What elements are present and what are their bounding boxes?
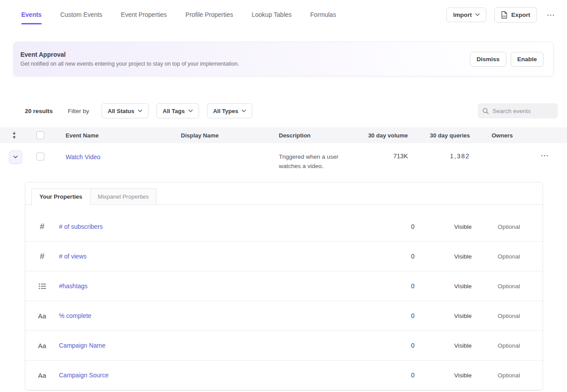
status-filter-label: All Status [108,108,134,114]
top-nav: Events Custom Events Event Properties Pr… [0,0,567,29]
property-name-link[interactable]: % complete [59,312,91,319]
list-type-icon [39,283,46,290]
properties-list: # # of subscribers 0 Visible Optional # … [25,205,543,390]
chevron-down-icon [475,13,480,16]
property-requirement: Optional [472,223,520,230]
chevron-down-icon [138,110,142,112]
property-visibility: Visible [414,223,472,230]
tags-filter-label: All Tags [163,108,185,114]
property-row: # # of views 0 Visible Optional [25,242,543,271]
property-name-link[interactable]: # of subscribers [59,223,103,230]
tab-formulas[interactable]: Formulas [310,0,336,29]
property-row: #hashtags 0 Visible Optional [25,271,543,301]
property-requirement: Optional [472,283,520,290]
filter-bar: 20 results Filter by All Status All Tags… [0,103,567,119]
tab-profile-properties[interactable]: Profile Properties [185,0,233,29]
search-input[interactable] [493,108,550,114]
tab-event-properties[interactable]: Event Properties [121,0,167,29]
description-cell: Triggered when a user watches a video. [271,152,350,171]
row-checkbox[interactable] [36,153,44,161]
chevron-down-icon [242,110,246,112]
tab-events[interactable]: Events [21,0,42,29]
row-collapse-toggle[interactable] [9,150,22,164]
banner-actions: Dismiss Enable [470,52,544,67]
nav-tabs: Events Custom Events Event Properties Pr… [21,0,336,29]
tab-custom-events[interactable]: Custom Events [60,0,102,29]
filter-by-label: Filter by [68,108,89,114]
text-type-icon: Aa [38,372,46,379]
import-button-label: Import [453,12,472,18]
search-box [478,103,558,118]
nav-more-button[interactable]: ⋯ [545,9,557,21]
property-requirement: Optional [472,342,520,349]
property-row: # # of subscribers 0 Visible Optional [25,212,543,242]
results-count: 20 results [25,108,53,114]
lexicon-page: Events Custom Events Event Properties Pr… [0,0,567,392]
svg-text:csv: csv [502,15,506,17]
tab-your-properties[interactable]: Your Properties [31,188,90,205]
row-more-button[interactable]: ⋯ [539,149,551,161]
import-button[interactable]: Import [446,8,486,22]
export-button-label: Export [511,12,530,18]
nav-actions: Import csv Export ⋯ [446,0,557,29]
property-visibility: Visible [414,283,472,290]
property-requirement: Optional [472,313,520,319]
property-value: 0 [343,312,414,319]
property-value: 0 [343,342,414,349]
enable-button[interactable]: Enable [511,52,544,67]
collapse-all-icon[interactable] [11,132,17,139]
header-volume: 30 day volume [355,132,408,139]
number-type-icon: # [40,222,45,231]
status-filter-dropdown[interactable]: All Status [102,103,149,118]
chevron-down-icon [13,156,18,158]
property-name-link[interactable]: Campaign Source [59,372,109,379]
banner-title: Event Approval [20,51,239,58]
header-queries: 30 day queries [408,132,470,139]
property-requirement: Optional [472,372,520,379]
tags-filter-dropdown[interactable]: All Tags [156,103,199,118]
property-visibility: Visible [414,313,472,319]
types-filter-dropdown[interactable]: All Types [207,103,253,118]
dismiss-button[interactable]: Dismiss [470,52,506,67]
csv-export-icon: csv [501,11,508,19]
number-type-icon: # [40,251,45,261]
text-type-icon: Aa [38,342,46,349]
chevron-down-icon [188,110,193,112]
header-event-name: Event Name [58,132,173,139]
table-header: Event Name Display Name Description 30 d… [0,127,567,143]
banner-text: Event Approval Get notified on all new e… [20,51,239,67]
property-value: 0 [343,282,414,290]
header-display-name: Display Name [173,132,271,139]
queries-cell: 1,382 [408,153,470,160]
property-visibility: Visible [414,253,472,260]
property-requirement: Optional [472,253,520,260]
properties-panel: Your Properties Mixpanel Properties # # … [25,182,543,391]
tab-lookup-tables[interactable]: Lookup Tables [252,0,292,29]
property-row: Aa Campaign Source 0 Visible Optional [25,361,543,390]
property-name-link[interactable]: # of views [59,253,86,260]
properties-tabs: Your Properties Mixpanel Properties [25,182,543,205]
volume-cell: 713K [355,153,408,160]
search-icon [482,108,489,114]
types-filter-label: All Types [213,108,239,114]
property-visibility: Visible [414,372,472,379]
property-name-link[interactable]: #hashtags [59,282,88,290]
table-row: Watch Video Triggered when a user watche… [0,143,567,182]
property-row: Aa Campaign Name 0 Visible Optional [25,331,543,361]
export-button[interactable]: csv Export [494,7,537,23]
property-visibility: Visible [414,342,472,349]
event-approval-banner: Event Approval Get notified on all new e… [13,42,554,76]
select-all-checkbox[interactable] [36,131,44,139]
event-name-link[interactable]: Watch Video [66,153,101,161]
property-value: 0 [343,372,414,379]
header-owners: Owners [488,132,536,139]
property-name-link[interactable]: Campaign Name [59,342,106,349]
text-type-icon: Aa [38,312,46,320]
banner-description: Get notified on all new events entering … [20,61,239,67]
property-value: 0 [343,223,414,230]
property-row: Aa % complete 0 Visible Optional [25,301,543,331]
property-value: 0 [343,253,414,260]
header-description: Description [271,132,355,139]
tab-mixpanel-properties[interactable]: Mixpanel Properties [90,188,157,204]
